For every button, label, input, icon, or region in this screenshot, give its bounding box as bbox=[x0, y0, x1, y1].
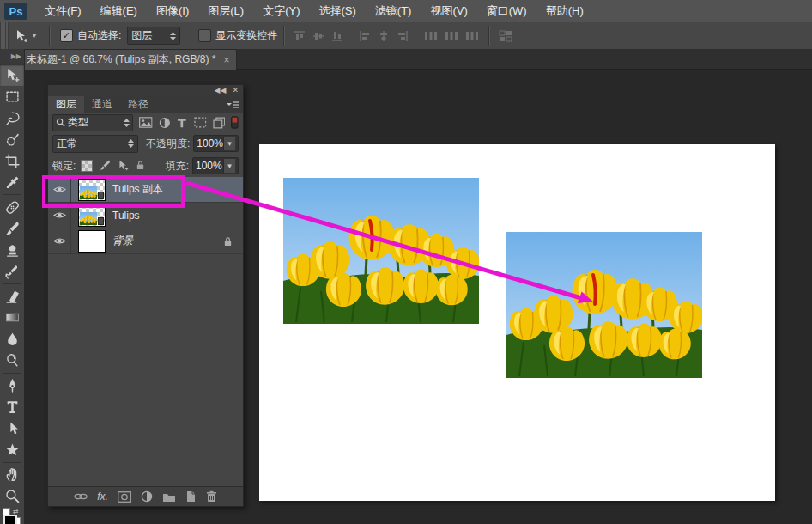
layers-panel: ◀◀ ✕ 图层 通道 路径 类型 正常 不透明度: 100% ▼ bbox=[47, 84, 244, 507]
auto-select-checkbox[interactable]: ✓ bbox=[60, 29, 73, 42]
blend-mode-dropdown[interactable]: 正常 bbox=[52, 135, 138, 153]
marquee-icon bbox=[5, 89, 20, 104]
tab-layers[interactable]: 图层 bbox=[48, 96, 84, 113]
distribute-left-icon[interactable] bbox=[424, 30, 438, 42]
delete-layer-icon[interactable] bbox=[206, 490, 217, 503]
document-close-icon[interactable]: × bbox=[223, 54, 229, 66]
layer-filter-toggle-icon[interactable] bbox=[231, 116, 239, 129]
tool-eyedropper[interactable] bbox=[0, 172, 24, 193]
add-layer-mask-icon[interactable] bbox=[118, 491, 131, 503]
history-brush-icon bbox=[5, 265, 20, 279]
tool-spot-healing-brush[interactable] bbox=[0, 197, 24, 218]
document-tab[interactable]: 未标题-1 @ 66.7% (Tulips 副本, RGB/8) * × bbox=[19, 49, 237, 70]
menu-view[interactable]: 视图(V) bbox=[421, 0, 476, 22]
foreground-color-swatch[interactable] bbox=[3, 515, 17, 524]
color-swatches[interactable]: ⇄ bbox=[0, 507, 24, 524]
align-vertical-centers-icon[interactable] bbox=[312, 30, 324, 42]
menu-file[interactable]: 文件(F) bbox=[35, 0, 91, 22]
tool-pen[interactable] bbox=[0, 375, 24, 396]
link-layers-icon[interactable] bbox=[74, 492, 88, 501]
tool-move[interactable] bbox=[0, 64, 24, 86]
new-adjustment-layer-icon[interactable] bbox=[141, 490, 153, 503]
auto-align-layers-icon[interactable] bbox=[499, 30, 512, 42]
layer-style-fx-button[interactable]: fx. bbox=[97, 490, 108, 503]
tools-panel-header[interactable]: ▶▶ bbox=[0, 49, 24, 64]
move-tool-preset[interactable]: ▼ bbox=[9, 29, 43, 43]
move-icon bbox=[5, 68, 20, 82]
filter-type-layers-icon[interactable] bbox=[176, 117, 188, 129]
options-bar-grip[interactable] bbox=[0, 22, 9, 49]
tool-clone-stamp[interactable] bbox=[0, 240, 24, 261]
fill-dropdown-arrow-icon[interactable]: ▼ bbox=[223, 159, 235, 173]
visibility-toggle[interactable] bbox=[48, 228, 71, 253]
opacity-label: 不透明度: bbox=[146, 137, 190, 151]
align-top-edges-icon[interactable] bbox=[294, 30, 306, 42]
eraser-icon bbox=[5, 289, 20, 303]
tool-zoom[interactable] bbox=[0, 485, 24, 507]
clone-stamp-icon bbox=[5, 243, 20, 258]
auto-select-dropdown[interactable]: 图层 bbox=[127, 27, 180, 45]
tulips-image-original[interactable] bbox=[283, 178, 479, 324]
tool-blur[interactable] bbox=[0, 328, 24, 350]
menu-select[interactable]: 选择(S) bbox=[309, 0, 365, 22]
tool-crop[interactable] bbox=[0, 150, 24, 172]
thumbnail-image bbox=[80, 212, 97, 225]
filter-shape-layers-icon[interactable] bbox=[194, 117, 207, 128]
healing-brush-icon bbox=[5, 200, 20, 215]
menu-edit[interactable]: 编辑(E) bbox=[91, 0, 147, 22]
tool-rectangular-marquee[interactable] bbox=[0, 86, 24, 107]
lasso-icon bbox=[5, 111, 20, 125]
panel-menu-button[interactable] bbox=[226, 96, 243, 113]
distribute-right-icon[interactable] bbox=[465, 30, 479, 42]
tool-lasso[interactable] bbox=[0, 107, 24, 129]
layer-name[interactable]: Tulips bbox=[112, 210, 140, 222]
filter-adjustment-layers-icon[interactable] bbox=[159, 117, 171, 129]
fill-field[interactable]: 100% ▼ bbox=[192, 157, 239, 174]
layer-row-background[interactable]: 背景 bbox=[48, 228, 243, 254]
filter-type-dropdown[interactable]: 类型 bbox=[52, 114, 133, 131]
fill-label: 填充: bbox=[166, 159, 189, 174]
opacity-dropdown-arrow-icon[interactable]: ▼ bbox=[223, 137, 235, 150]
lock-transparent-pixels-icon[interactable] bbox=[81, 160, 93, 172]
layer-thumbnail[interactable] bbox=[78, 230, 106, 253]
menu-type[interactable]: 文字(Y) bbox=[253, 0, 309, 22]
new-layer-icon[interactable] bbox=[185, 490, 197, 503]
tulips-image-copy[interactable] bbox=[506, 232, 702, 378]
tool-hand[interactable] bbox=[0, 464, 24, 485]
align-left-edges-icon[interactable] bbox=[359, 30, 371, 42]
new-group-icon[interactable] bbox=[162, 491, 176, 503]
menu-layer[interactable]: 图层(L) bbox=[198, 0, 253, 22]
lock-position-icon[interactable] bbox=[118, 160, 129, 171]
tool-path-selection[interactable] bbox=[0, 417, 24, 439]
tab-channels[interactable]: 通道 bbox=[84, 96, 120, 113]
tool-custom-shape[interactable] bbox=[0, 439, 24, 460]
lock-all-icon[interactable] bbox=[136, 160, 145, 170]
menu-image[interactable]: 图像(I) bbox=[147, 0, 198, 22]
tab-paths[interactable]: 路径 bbox=[120, 96, 156, 113]
menu-help[interactable]: 帮助(H) bbox=[536, 0, 593, 22]
menu-filter[interactable]: 滤镜(T) bbox=[366, 0, 421, 22]
distribute-center-icon[interactable] bbox=[445, 30, 458, 42]
filter-pixel-layers-icon[interactable] bbox=[139, 117, 153, 128]
collapse-panel-icon[interactable]: ◀◀ bbox=[215, 87, 227, 94]
opacity-field[interactable]: 100% ▼ bbox=[193, 135, 239, 152]
lock-image-pixels-icon[interactable] bbox=[100, 160, 111, 171]
show-transform-checkbox[interactable] bbox=[198, 29, 211, 42]
close-panel-icon[interactable]: ✕ bbox=[232, 87, 239, 94]
thumbnail-page-glyph bbox=[98, 217, 104, 225]
updown-arrows-icon bbox=[170, 32, 176, 40]
document-canvas[interactable] bbox=[259, 144, 775, 501]
align-horizontal-centers-icon[interactable] bbox=[378, 30, 390, 42]
tool-brush[interactable] bbox=[0, 218, 24, 240]
tool-dodge[interactable] bbox=[0, 350, 24, 371]
menu-window[interactable]: 窗口(W) bbox=[477, 0, 536, 22]
tool-history-brush[interactable] bbox=[0, 261, 24, 283]
layer-name[interactable]: 背景 bbox=[112, 234, 133, 248]
filter-smart-objects-icon[interactable] bbox=[213, 117, 226, 129]
align-right-edges-icon[interactable] bbox=[397, 30, 409, 42]
tool-quick-selection[interactable] bbox=[0, 129, 24, 150]
align-bottom-edges-icon[interactable] bbox=[331, 30, 343, 42]
tool-gradient[interactable] bbox=[0, 307, 24, 328]
tool-type[interactable] bbox=[0, 396, 24, 417]
tool-eraser[interactable] bbox=[0, 286, 24, 308]
